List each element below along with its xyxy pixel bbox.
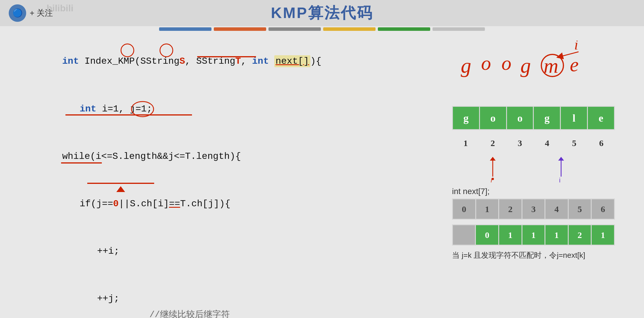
bottom-value-cell-2: 1 [522,225,545,245]
svg-text:j: j [490,177,492,182]
index-cell-1: 2 [479,136,506,150]
svg-text:g: g [520,54,531,77]
char-cell-4: l [561,106,588,130]
color-segment-3 [323,27,376,31]
color-segment-1 [214,27,266,31]
code-block: int Index_KMP(SStringS, SStringT, int ne… [17,38,440,318]
code-line-3: while(i<=S.length&&j<=T.length){ [17,133,440,180]
svg-text:o: o [501,52,511,74]
svg-text:e: e [570,54,579,76]
svg-marker-18 [490,157,496,161]
index-cell-4: 5 [561,136,588,150]
bottom-header-cell-2: 2 [499,199,522,219]
string-table: google [452,106,615,130]
index-cell-5: 6 [588,136,615,150]
main-content: int Index_KMP(SStringS, SStringT, int ne… [0,32,644,318]
char-cell-3: g [533,106,561,130]
bottom-value-cell-0: 0 [476,225,499,245]
bottom-header-cell-5: 5 [568,199,591,219]
right-panel: g o o g m e i google 123456 [452,38,627,312]
code-line-5: ++i; [52,228,440,275]
bottom-value-cell-empty [453,225,476,245]
code-line-2: int i=1, j=1; [35,85,440,133]
code-line-4: if(j==0||S.ch[i]==T.ch[j]){ [35,180,440,228]
next-label: int next[7]; [452,187,627,196]
bottom-header-cell-4: 4 [545,199,568,219]
arrow-svg: j j [452,156,615,182]
bottom-value-cell-3: 1 [545,225,568,245]
bottom-header-cell-1: 1 [476,199,499,219]
bottom-header-cell-6: 6 [591,199,615,219]
svg-text:g: g [461,54,471,77]
color-segment-2 [268,27,321,31]
header: 🔵 + 关注 bilibili KMP算法代码 [0,0,644,26]
color-segment-5 [433,27,485,31]
svg-text:o: o [481,52,491,74]
index-cell-2: 3 [506,136,533,150]
code-line-1: int Index_KMP(SStringS, SStringT, int ne… [17,38,440,85]
color-segment-4 [378,27,430,31]
color-bar [0,26,644,32]
color-segment-0 [159,27,211,31]
char-cell-0: g [453,106,480,130]
code-line-6: ++j; //继续比较后继字符 [52,275,440,318]
bottom-value-cell-5: 1 [591,225,615,245]
code-section: int Index_KMP(SStringS, SStringT, int ne… [17,38,452,312]
svg-marker-22 [558,157,564,161]
bottom-note: 当 j=k 且发现字符不匹配时，令j=next[k] [452,250,627,260]
char-cell-2: o [506,106,533,130]
bottom-header-cell-0: 0 [453,199,476,219]
bottom-value-table: 011121 [452,224,615,246]
bottom-header-table: 0123456 [452,198,615,220]
handwritten-svg: g o o g m e i [452,41,621,105]
char-cell-1: o [479,106,506,130]
index-cell-0: 1 [452,136,479,150]
bottom-value-cell-1: 1 [499,225,522,245]
bottom-value-cell-4: 2 [568,225,591,245]
index-table: 123456 [452,136,615,150]
svg-text:j: j [559,177,561,182]
svg-text:i: i [574,41,578,53]
bottom-header-cell-3: 3 [522,199,545,219]
watermark: bilibili [47,3,73,14]
index-cell-3: 4 [533,136,561,150]
char-cell-5: e [588,106,615,130]
logo-circle: 🔵 [9,4,26,22]
page-title: KMP算法代码 [271,3,373,23]
